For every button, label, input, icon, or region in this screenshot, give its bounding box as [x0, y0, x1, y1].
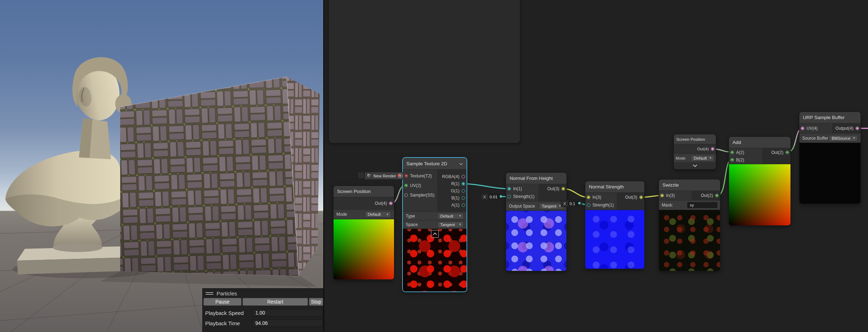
strength-float-field[interactable]: X — [481, 193, 502, 200]
node-screen-position-1[interactable]: Screen Position Out(4) Mode Default ▾ — [334, 186, 394, 279]
pause-button[interactable]: Pause — [203, 298, 241, 306]
port-a[interactable]: A(2) — [729, 149, 762, 156]
connector-stub — [578, 202, 581, 204]
port-dot — [561, 187, 565, 191]
restart-button[interactable]: Restart — [243, 298, 308, 306]
port-dot — [462, 175, 465, 178]
port-out4[interactable]: Out(4) — [334, 197, 394, 209]
node-screen-position-2[interactable]: Screen Position Out(4) Mode Default ▾ — [674, 134, 716, 169]
port-sampler[interactable]: Sampler(SS) — [403, 190, 437, 200]
port-uv4[interactable]: UV(4) — [799, 124, 832, 133]
source-buffer-label: Source Buffer — [802, 136, 828, 141]
textured-cube — [120, 77, 320, 276]
port-texture[interactable]: Texture(T2) — [403, 171, 437, 181]
node-normal-strength[interactable]: Normal Strength In(3) Strength(1) Out(3) — [585, 181, 644, 269]
source-buffer-dropdown[interactable]: BlitSource ▾ — [829, 135, 858, 141]
chevron-down-icon — [693, 164, 697, 167]
wire-height-to-normalstrength[interactable] — [564, 189, 588, 197]
port-dot — [801, 127, 804, 130]
playback-time-field[interactable] — [252, 319, 323, 327]
port-dot — [639, 196, 643, 199]
wire-r-to-height-in[interactable] — [464, 184, 509, 189]
port-dot — [404, 184, 408, 187]
chevron-down-icon[interactable] — [459, 161, 463, 166]
chevron-down-icon: ▾ — [709, 156, 711, 160]
port-output4[interactable]: Output(4) — [832, 124, 861, 133]
port-rgba[interactable]: RGBA(4) — [437, 173, 467, 180]
node-title: Screen Position — [676, 137, 705, 141]
view-splitter[interactable] — [323, 0, 324, 332]
port-in[interactable]: In(3) — [659, 192, 692, 199]
node-preview — [585, 210, 644, 269]
port-g[interactable]: G(1) — [437, 187, 467, 194]
stop-button[interactable]: Stop — [309, 298, 323, 306]
port-dot — [462, 196, 465, 200]
drag-handle-icon[interactable] — [206, 292, 213, 295]
output-space-dropdown[interactable]: Tangent ▾ — [539, 203, 564, 209]
node-preview — [403, 229, 467, 291]
port-out[interactable]: Out(2) — [762, 149, 790, 156]
port-dot — [462, 182, 465, 186]
port-strength[interactable]: Strength(1) — [585, 201, 617, 209]
port-out[interactable]: Out(2) — [692, 192, 720, 199]
node-normal-from-height[interactable]: Normal From Height In(1) Strength(1) Out… — [506, 173, 566, 271]
port-dot — [730, 158, 734, 162]
port-dot — [462, 189, 465, 193]
port-r[interactable]: R(1) — [437, 180, 467, 187]
mode-dropdown[interactable]: Default ▾ — [691, 155, 714, 161]
port-uv[interactable]: UV(2) — [403, 181, 437, 190]
texture-asset-name: New Render — [373, 174, 396, 178]
node-title: Add — [733, 140, 741, 145]
particles-panel[interactable]: Particles Pause Restart Stop Playback Sp… — [203, 289, 324, 332]
node-urp-sample-buffer[interactable]: URP Sample Buffer UV(4) Output(4) Source — [799, 112, 861, 204]
port-b[interactable]: B(2) — [729, 156, 762, 164]
unity-editor: Particles Pause Restart Stop Playback Sp… — [0, 0, 868, 332]
collapse-preview-button[interactable] — [431, 230, 439, 238]
playback-speed-field[interactable] — [252, 309, 323, 317]
node-preview — [659, 210, 720, 271]
port-b[interactable]: B(1) — [437, 194, 467, 202]
chevron-down-icon: ▾ — [459, 223, 461, 226]
chevron-down-icon: ▾ — [387, 213, 388, 216]
mode-label: Mode — [336, 212, 347, 217]
port-in[interactable]: In(1) — [506, 185, 538, 193]
node-title: Normal Strength — [589, 184, 624, 189]
port-dot — [856, 127, 859, 130]
port-dot — [404, 193, 408, 197]
port-dot — [730, 151, 734, 154]
node-swizzle[interactable]: Swizzle In(3) Out(2) Mask: — [659, 180, 720, 271]
port-out[interactable]: Out(3) — [538, 185, 566, 193]
port-dot — [587, 203, 590, 207]
shader-graph-canvas[interactable]: New Render X X Screen Position Out(4) — [324, 0, 868, 332]
float-value-input[interactable] — [488, 194, 501, 199]
port-dot — [715, 194, 719, 197]
chevron-down-icon: ▾ — [853, 136, 855, 140]
node-preview — [729, 164, 790, 225]
mode-dropdown[interactable]: Default ▾ — [365, 211, 391, 218]
port-in[interactable]: In(3) — [585, 193, 617, 201]
port-a[interactable]: A(1) — [437, 202, 467, 209]
node-title: URP Sample Buffer — [803, 115, 845, 120]
connector-stub — [500, 195, 502, 198]
mask-label: Mask: — [662, 203, 673, 208]
output-space-label: Output Space — [509, 204, 535, 209]
port-out4[interactable]: Out(4) — [674, 144, 716, 154]
node-add[interactable]: Add A(2) B(2) Out(2) — [729, 137, 790, 225]
expand-preview-button[interactable] — [674, 162, 716, 169]
port-dot — [660, 194, 664, 197]
scene-view[interactable]: Particles Pause Restart Stop Playback Sp… — [0, 0, 324, 332]
port-dot — [711, 147, 714, 151]
node-sample-texture-2d[interactable]: Sample Texture 2D Texture(T2) UV(2) — [403, 158, 467, 291]
space-label: Space — [406, 222, 418, 227]
statue-bust — [5, 57, 138, 274]
mask-input[interactable] — [687, 202, 717, 208]
type-dropdown[interactable]: Default ▾ — [437, 213, 464, 219]
port-dot — [462, 203, 465, 207]
mode-label: Mode — [676, 156, 686, 160]
port-out[interactable]: Out(3) — [617, 193, 644, 201]
port-strength[interactable]: Strength(1) — [506, 193, 538, 200]
node-preview — [334, 219, 394, 279]
space-dropdown[interactable]: Tangent ▾ — [437, 221, 464, 228]
particles-panel-title: Particles — [217, 290, 237, 296]
node-preview — [799, 143, 861, 204]
